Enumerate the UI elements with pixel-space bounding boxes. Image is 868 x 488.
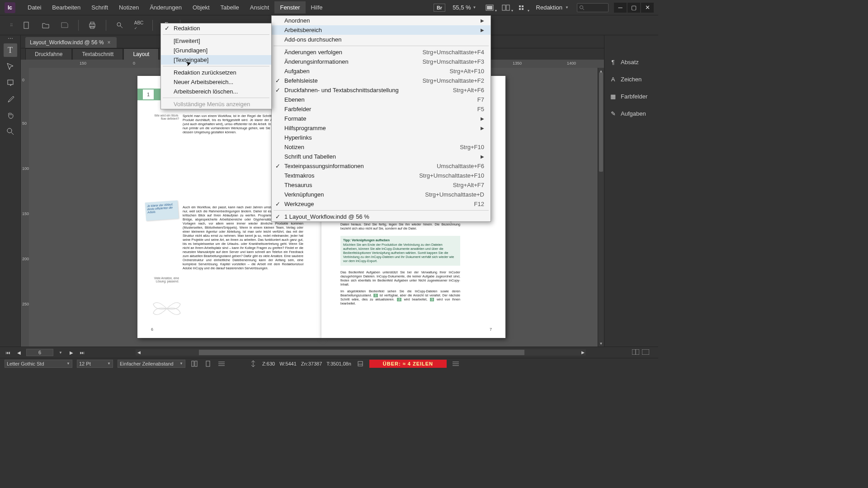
page-dropdown-button[interactable]: ▼ (57, 351, 64, 355)
menu-item[interactable]: Redaktion zurücksetzen (161, 68, 271, 77)
scroll-left-icon[interactable]: ◀ (136, 349, 142, 356)
menu-item[interactable]: [Grundlagen] (161, 46, 271, 55)
menu-tabelle[interactable]: Tabelle (215, 1, 245, 14)
menu-item[interactable]: BefehlsleisteStrg+Umschalttaste+F2 (272, 76, 491, 85)
copyfit-progress-icon[interactable] (356, 360, 365, 368)
menu-item[interactable]: Add-ons durchsuchen (272, 35, 491, 44)
workspace-switcher[interactable]: Redaktion ▼ (533, 4, 572, 11)
menu-item[interactable]: Änderungen verfolgenStrg+Umschalttaste+F… (272, 47, 491, 57)
bridge-button[interactable]: Br (434, 4, 445, 12)
vertical-scrollbar[interactable]: ▲ ▼ (598, 68, 604, 347)
last-page-button[interactable]: ⏭ (79, 350, 86, 355)
font-family-dropdown[interactable]: Letter Gothic Std▼ (5, 360, 72, 368)
submenu-arrow-icon: ▶ (481, 154, 484, 159)
hand-tool[interactable] (4, 108, 17, 122)
note-tool[interactable] (4, 76, 17, 89)
print-button[interactable] (87, 20, 98, 31)
font-size-dropdown[interactable]: 12 Pt▼ (77, 360, 113, 368)
menu-änderungen[interactable]: Änderungen (144, 1, 187, 14)
menu-hilfe[interactable]: Hilfe (306, 1, 328, 14)
svg-rect-6 (519, 8, 521, 10)
svg-rect-1 (487, 6, 492, 9)
view-options-button[interactable] (516, 2, 528, 14)
scroll-thumb[interactable] (599, 72, 603, 172)
scroll-down-icon[interactable]: ▼ (598, 340, 604, 347)
menu-item[interactable]: Druckfahnen- und Textabschnittsdarstellu… (272, 85, 491, 95)
menu-datei[interactable]: Datei (22, 1, 47, 14)
menu-item[interactable]: [Texteingabe] (161, 55, 271, 65)
menu-item[interactable]: NotizenStrg+F10 (272, 142, 491, 152)
type-tool[interactable]: T (4, 43, 17, 57)
spellcheck-button[interactable]: ABC✓ (133, 20, 144, 31)
menu-item[interactable]: FarbfelderF5 (272, 104, 491, 114)
menu-item[interactable]: EbenenF7 (272, 95, 491, 104)
menu-item[interactable]: WerkzeugeF12 (272, 199, 491, 209)
menu-notizen[interactable]: Notizen (113, 1, 144, 14)
menu-item[interactable]: Arbeitsbereich löschen... (161, 87, 271, 96)
menu-ansicht[interactable]: Ansicht (245, 1, 275, 14)
prev-page-button[interactable]: ◀ (15, 350, 23, 355)
minimize-button[interactable]: ─ (614, 3, 627, 13)
menu-item[interactable]: TexteinpassungsinformationenUmschalttast… (272, 161, 491, 171)
menu-item[interactable]: Formate▶ (272, 114, 491, 123)
menu-item[interactable]: [Erweitert] (161, 36, 271, 46)
columns-icon[interactable] (190, 360, 199, 368)
panel-zeichen[interactable]: AZeichen (606, 70, 656, 88)
position-tool[interactable] (4, 60, 17, 73)
copyfit-icon[interactable] (249, 360, 258, 368)
page-number-input[interactable] (26, 349, 53, 356)
align-lines-icon[interactable] (217, 360, 226, 368)
menu-lines-icon[interactable] (451, 360, 460, 368)
overset-indicator[interactable]: ÜBER: ≈ 4 ZEILEN (369, 360, 447, 368)
first-page-button[interactable]: ⏮ (5, 350, 12, 355)
menu-bearbeiten[interactable]: Bearbeiten (47, 1, 86, 14)
body-right-2: Das Bedienfeld Aufgaben unterstützt Sie … (340, 270, 460, 286)
view-tab-druckfahne[interactable]: Druckfahne (25, 48, 72, 60)
panel-aufgaben[interactable]: ✎Aufgaben (606, 105, 656, 122)
next-page-button[interactable]: ▶ (68, 350, 75, 355)
menu-item[interactable]: ThesaurusStrg+Alt+F7 (272, 180, 491, 190)
menu-item[interactable]: Hyperlinks (272, 133, 491, 142)
help-search-input[interactable] (577, 3, 609, 12)
h-scroll-thumb[interactable] (199, 350, 524, 355)
leading-dropdown[interactable]: Einfacher Zeilenabstand▼ (118, 360, 185, 368)
panel-farbfelder[interactable]: ▦Farbfelder (606, 88, 656, 105)
menu-schrift[interactable]: Schrift (86, 1, 113, 14)
split-view-icon[interactable] (632, 349, 639, 356)
menu-item[interactable]: Redaktion (161, 23, 271, 33)
menu-item[interactable]: ÄnderungsinformationenStrg+Umschalttaste… (272, 57, 491, 66)
zoom-dropdown[interactable]: 55,5 % ▼ (450, 4, 479, 11)
menu-item[interactable]: TextmakrosStrg+Umschalttaste+F10 (272, 171, 491, 180)
submenu-arrow-icon: ▶ (481, 18, 484, 23)
menu-item[interactable]: AufgabenStrg+Alt+F10 (272, 66, 491, 76)
screen-mode-button[interactable] (484, 2, 495, 14)
find-button[interactable] (114, 20, 125, 31)
menu-item[interactable]: Neuer Arbeitsbereich... (161, 77, 271, 87)
single-column-icon[interactable] (203, 360, 212, 368)
open-button[interactable] (40, 20, 51, 31)
view-tab-layout[interactable]: Layout (123, 48, 159, 60)
panel-absatz[interactable]: ¶Absatz (606, 53, 656, 70)
menu-item[interactable]: 1 Layout_Workflow.indd @ 56 % (272, 212, 491, 221)
menu-item[interactable]: Schrift und Tabellen▶ (272, 152, 491, 161)
close-button[interactable]: ✕ (641, 3, 654, 13)
menu-item[interactable]: VerknüpfungenStrg+Umschalttaste+D (272, 190, 491, 199)
eyedropper-tool[interactable] (4, 92, 17, 106)
menu-item[interactable]: Arbeitsbereich▶ (272, 25, 491, 35)
save-button[interactable] (59, 20, 70, 31)
maximize-button[interactable]: ▢ (627, 3, 640, 13)
view-toggle-icon[interactable] (642, 349, 649, 356)
new-doc-button[interactable] (21, 20, 32, 31)
margin-question-1: Wie wird ein Work- flow definiert? (152, 114, 179, 120)
menu-item[interactable]: Hilfsprogramme▶ (272, 123, 491, 133)
scroll-right-icon[interactable]: ▶ (580, 349, 586, 356)
close-tab-icon[interactable]: × (107, 39, 110, 46)
view-tab-textabschnitt[interactable]: Textabschnitt (72, 48, 123, 60)
horizontal-scrollbar[interactable]: ◀ ▶ (136, 349, 586, 356)
document-tab[interactable]: Layout_Workflow.indd @ 56 % × (25, 37, 117, 48)
menu-objekt[interactable]: Objekt (187, 1, 215, 14)
menu-fenster[interactable]: Fenster (274, 1, 305, 14)
arrange-documents-button[interactable] (500, 2, 512, 14)
zoom-tool[interactable] (4, 125, 17, 138)
menu-item[interactable]: Anordnen▶ (272, 16, 491, 25)
